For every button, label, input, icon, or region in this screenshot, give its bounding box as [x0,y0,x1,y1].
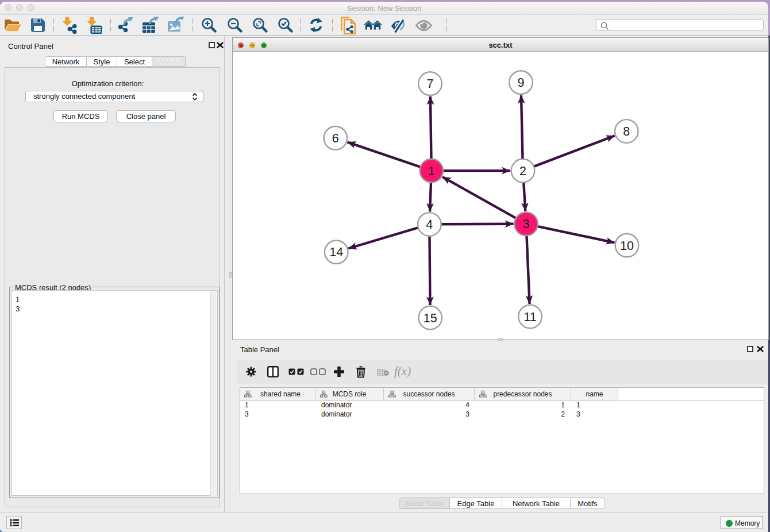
svg-text:2: 2 [519,164,526,178]
svg-text:15: 15 [424,311,437,325]
svg-text:6: 6 [332,132,339,145]
svg-text:9: 9 [518,76,525,90]
svg-text:4: 4 [426,218,433,232]
svg-text:10: 10 [620,239,634,253]
svg-text:3: 3 [523,217,530,231]
svg-text:11: 11 [523,310,536,324]
svg-text:8: 8 [623,125,630,138]
svg-text:7: 7 [427,77,434,91]
svg-text:14: 14 [329,245,343,259]
svg-text:1: 1 [428,164,435,178]
